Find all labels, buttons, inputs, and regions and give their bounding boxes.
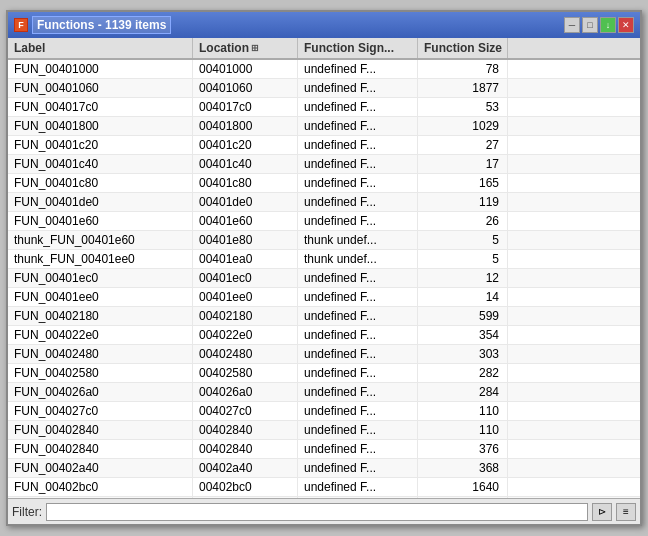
title-bar: F Functions - 1139 items ─ □ ↓ ✕ [8, 12, 640, 38]
table-row[interactable]: FUN_0040100000401000undefined F...78 [8, 60, 640, 79]
cell-signature: undefined F... [298, 174, 418, 192]
table-row[interactable]: FUN_00401c4000401c40undefined F...17 [8, 155, 640, 174]
table-row[interactable]: FUN_0040258000402580undefined F...282 [8, 364, 640, 383]
cell-signature: undefined F... [298, 136, 418, 154]
cell-signature: undefined F... [298, 345, 418, 363]
table-row[interactable]: FUN_00401ec000401ec0undefined F...12 [8, 269, 640, 288]
cell-size: 368 [418, 459, 508, 477]
column-header-location[interactable]: Location ⊞ [193, 38, 298, 58]
filter-options-button[interactable]: ≡ [616, 503, 636, 521]
table-row[interactable]: thunk_FUN_00401ee000401ea0thunk undef...… [8, 250, 640, 269]
cell-location: 00401ec0 [193, 269, 298, 287]
cell-signature: undefined F... [298, 421, 418, 439]
cell-size: 53 [418, 98, 508, 116]
column-location-text: Location [199, 41, 249, 55]
cell-label: thunk_FUN_00401ee0 [8, 250, 193, 268]
filter-label: Filter: [12, 505, 42, 519]
cell-label: FUN_00401de0 [8, 193, 193, 211]
cell-size: 1640 [418, 478, 508, 496]
table-row[interactable]: FUN_00401e6000401e60undefined F...26 [8, 212, 640, 231]
column-header-size[interactable]: Function Size [418, 38, 508, 58]
cell-label: FUN_00401c40 [8, 155, 193, 173]
pin-button[interactable]: ↓ [600, 17, 616, 33]
cell-label: FUN_00401c80 [8, 174, 193, 192]
cell-size: 110 [418, 402, 508, 420]
cell-size: 78 [418, 60, 508, 78]
cell-label: FUN_00401c20 [8, 136, 193, 154]
table-row[interactable]: FUN_0040180000401800undefined F...1029 [8, 117, 640, 136]
cell-location: 004017c0 [193, 98, 298, 116]
cell-signature: thunk undef... [298, 231, 418, 249]
cell-location: 00401ea0 [193, 250, 298, 268]
table-row[interactable]: FUN_004027c0004027c0undefined F...110 [8, 402, 640, 421]
table-row[interactable]: FUN_004022e0004022e0undefined F...354 [8, 326, 640, 345]
cell-location: 00402180 [193, 307, 298, 325]
table-row[interactable]: FUN_004017c0004017c0undefined F...53 [8, 98, 640, 117]
table-row[interactable]: FUN_0040248000402480undefined F...303 [8, 345, 640, 364]
cell-size: 284 [418, 383, 508, 401]
cell-location: 00401800 [193, 117, 298, 135]
cell-size: 14 [418, 288, 508, 306]
close-button[interactable]: ✕ [618, 17, 634, 33]
cell-location: 00401e60 [193, 212, 298, 230]
cell-size: 12 [418, 269, 508, 287]
cell-label: FUN_00402480 [8, 345, 193, 363]
cell-size: 1877 [418, 79, 508, 97]
cell-signature: undefined F... [298, 288, 418, 306]
cell-label: FUN_00402180 [8, 307, 193, 325]
cell-label: FUN_00402580 [8, 364, 193, 382]
column-label-text: Label [14, 41, 45, 55]
column-header-label[interactable]: Label [8, 38, 193, 58]
cell-signature: undefined F... [298, 478, 418, 496]
minimize-button[interactable]: ─ [564, 17, 580, 33]
cell-location: 00402840 [193, 421, 298, 439]
table-row[interactable]: FUN_00401c8000401c80undefined F...165 [8, 174, 640, 193]
table-row[interactable]: FUN_00401ee000401ee0undefined F...14 [8, 288, 640, 307]
cell-signature: undefined F... [298, 155, 418, 173]
cell-size: 1029 [418, 117, 508, 135]
cell-location: 00401c80 [193, 174, 298, 192]
functions-window: F Functions - 1139 items ─ □ ↓ ✕ Label L… [6, 10, 642, 526]
cell-label: FUN_00402840 [8, 421, 193, 439]
maximize-button[interactable]: □ [582, 17, 598, 33]
column-size-text: Function Size [424, 41, 502, 55]
cell-signature: thunk undef... [298, 250, 418, 268]
cell-signature: undefined F... [298, 60, 418, 78]
filter-search-button[interactable]: ⊳ [592, 503, 612, 521]
cell-signature: undefined F... [298, 402, 418, 420]
table-body[interactable]: FUN_0040100000401000undefined F...78FUN_… [8, 60, 640, 498]
cell-label: FUN_00401000 [8, 60, 193, 78]
table-row[interactable]: FUN_00402bc000402bc0undefined F...1640 [8, 478, 640, 497]
cell-size: 282 [418, 364, 508, 382]
table-row[interactable]: FUN_0040284000402840undefined F...376 [8, 440, 640, 459]
cell-signature: undefined F... [298, 98, 418, 116]
table-row[interactable]: FUN_00401de000401de0undefined F...119 [8, 193, 640, 212]
cell-location: 00401c40 [193, 155, 298, 173]
cell-label: thunk_FUN_00401e60 [8, 231, 193, 249]
cell-size: 5 [418, 250, 508, 268]
table-header: Label Location ⊞ Function Sign... Functi… [8, 38, 640, 60]
column-signature-text: Function Sign... [304, 41, 394, 55]
cell-signature: undefined F... [298, 117, 418, 135]
filter-bar: Filter: ⊳ ≡ [8, 498, 640, 524]
table-container: Label Location ⊞ Function Sign... Functi… [8, 38, 640, 498]
column-header-signature[interactable]: Function Sign... [298, 38, 418, 58]
table-row[interactable]: FUN_00402a4000402a40undefined F...368 [8, 459, 640, 478]
cell-size: 303 [418, 345, 508, 363]
table-row[interactable]: FUN_0040218000402180undefined F...599 [8, 307, 640, 326]
cell-size: 26 [418, 212, 508, 230]
table-row[interactable]: FUN_0040106000401060undefined F...1877 [8, 79, 640, 98]
table-row[interactable]: thunk_FUN_00401e6000401e80thunk undef...… [8, 231, 640, 250]
table-row[interactable]: FUN_00401c2000401c20undefined F...27 [8, 136, 640, 155]
cell-label: FUN_00402bc0 [8, 478, 193, 496]
cell-signature: undefined F... [298, 79, 418, 97]
cell-signature: undefined F... [298, 269, 418, 287]
cell-location: 00402a40 [193, 459, 298, 477]
cell-signature: undefined F... [298, 326, 418, 344]
filter-options-icon: ≡ [623, 506, 629, 517]
filter-input[interactable] [46, 503, 588, 521]
table-row[interactable]: FUN_004026a0004026a0undefined F...284 [8, 383, 640, 402]
cell-size: 110 [418, 421, 508, 439]
table-row[interactable]: FUN_0040284000402840undefined F...110 [8, 421, 640, 440]
cell-location: 00401060 [193, 79, 298, 97]
